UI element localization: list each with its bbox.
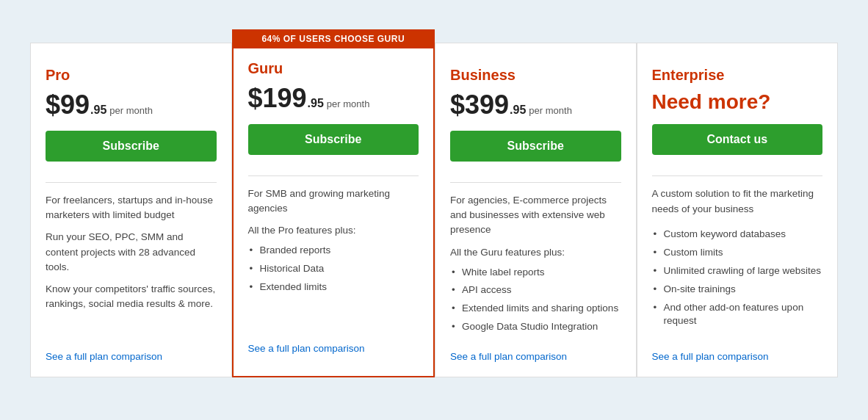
pro-price-main: $99 — [46, 90, 90, 120]
guru-price-cents: .95 — [308, 97, 324, 110]
pro-subscribe-button[interactable]: Subscribe — [46, 131, 217, 162]
business-price-period: per month — [529, 105, 572, 116]
pro-desc-2: Run your SEO, PPC, SMM and content proje… — [46, 230, 217, 275]
guru-features-list: Branded reports Historical Data Extended… — [248, 242, 419, 297]
pro-desc-1: For freelancers, startups and in-house m… — [46, 193, 217, 223]
pro-see-full-link[interactable]: See a full plan comparison — [46, 345, 217, 362]
guru-desc-1: For SMB and growing marketing agencies — [248, 187, 419, 217]
enterprise-feature-5: And other add-on features upon request — [652, 299, 823, 331]
enterprise-see-full-link[interactable]: See a full plan comparison — [652, 345, 823, 362]
enterprise-feature-2: Custom limits — [652, 244, 823, 262]
business-plan-name: Business — [450, 67, 621, 84]
plan-guru: 64% OF USERS CHOOSE GURU Guru $199 .95 p… — [232, 35, 435, 377]
business-subscribe-button[interactable]: Subscribe — [450, 131, 621, 162]
guru-price-main: $199 — [248, 83, 307, 114]
guru-see-full-link[interactable]: See a full plan comparison — [248, 337, 419, 354]
business-features-list: White label reports API access Extended … — [450, 264, 621, 337]
business-price-cents: .95 — [510, 104, 526, 117]
plan-business: Business $399 .95 per month Subscribe Fo… — [435, 43, 637, 377]
guru-banner: 64% OF USERS CHOOSE GURU — [232, 29, 435, 48]
enterprise-feature-1: Custom keyword databases — [652, 225, 823, 244]
plan-pro: Pro $99 .95 per month Subscribe For free… — [30, 43, 232, 377]
enterprise-features-list: Custom keyword databases Custom limits U… — [652, 225, 823, 330]
guru-price-period: per month — [327, 98, 370, 109]
business-features-intro: All the Guru features plus: — [450, 247, 621, 258]
guru-feature-2: Historical Data — [248, 260, 419, 278]
guru-price: $199 .95 per month — [248, 83, 419, 114]
pro-desc-3: Know your competitors' traffic sources, … — [46, 282, 217, 312]
business-desc-1: For agencies, E-commerce projects and bu… — [450, 193, 621, 238]
business-price: $399 .95 per month — [450, 90, 621, 120]
enterprise-feature-3: Unlimited crawling of large websites — [652, 262, 823, 280]
business-price-main: $399 — [450, 90, 509, 120]
business-feature-1: White label reports — [450, 264, 621, 282]
guru-features-intro: All the Pro features plus: — [248, 225, 419, 236]
enterprise-desc-1: A custom solution to fit the marketing n… — [652, 187, 823, 217]
business-see-full-link[interactable]: See a full plan comparison — [450, 345, 621, 362]
pro-plan-name: Pro — [46, 67, 217, 84]
enterprise-divider — [652, 175, 823, 176]
pro-price: $99 .95 per month — [46, 90, 217, 120]
business-feature-3: Extended limits and sharing options — [450, 300, 621, 318]
pricing-container: Pro $99 .95 per month Subscribe For free… — [30, 43, 838, 377]
plan-enterprise: Enterprise Need more? Contact us A custo… — [637, 43, 839, 377]
guru-subscribe-button[interactable]: Subscribe — [248, 124, 419, 155]
pro-price-cents: .95 — [90, 104, 106, 117]
guru-feature-1: Branded reports — [248, 242, 419, 260]
guru-divider — [248, 175, 419, 176]
business-feature-4: Google Data Studio Integration — [450, 318, 621, 336]
pro-divider — [46, 182, 217, 183]
guru-feature-3: Extended limits — [248, 278, 419, 297]
business-divider — [450, 182, 621, 183]
enterprise-need-more: Need more? — [652, 90, 823, 115]
enterprise-contact-button[interactable]: Contact us — [652, 124, 823, 155]
enterprise-feature-4: On-site trainings — [652, 280, 823, 299]
business-feature-2: API access — [450, 281, 621, 300]
pro-price-period: per month — [109, 105, 153, 116]
enterprise-plan-name: Enterprise — [652, 67, 823, 84]
guru-plan-name: Guru — [248, 60, 419, 77]
